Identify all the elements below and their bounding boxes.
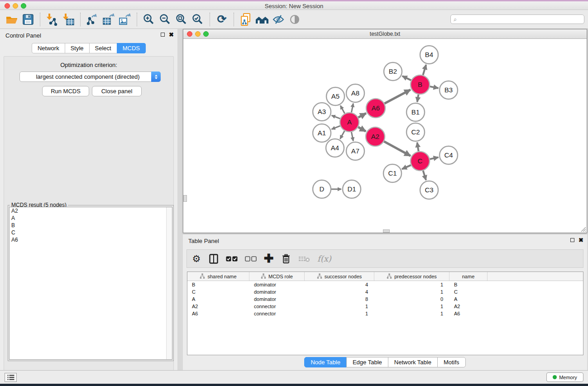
import-table-icon[interactable] <box>60 12 76 27</box>
graph-node-C1[interactable]: C1 <box>383 164 402 182</box>
graph-node-B4[interactable]: B4 <box>420 46 438 64</box>
graph-node-A6[interactable]: A6 <box>366 99 385 118</box>
graph-node-A4[interactable]: A4 <box>326 139 344 157</box>
graph-node-C[interactable]: C <box>411 152 430 171</box>
criterion-dropdown[interactable]: largest connected component (directed) <box>19 71 161 82</box>
tab-select[interactable]: Select <box>89 43 117 53</box>
zoom-fit-icon[interactable] <box>173 12 190 27</box>
graph-edge-A2-C[interactable] <box>384 142 411 156</box>
graph-edge-A-A3[interactable] <box>332 115 340 119</box>
graph-edge-B-B2[interactable] <box>402 76 411 80</box>
save-session-icon[interactable] <box>20 12 36 27</box>
tab-motifs[interactable]: Motifs <box>437 357 466 367</box>
graph-edge-B-B1[interactable] <box>417 95 419 102</box>
memory-label: Memory <box>559 375 577 380</box>
graph-edge-A-A7[interactable] <box>351 132 353 141</box>
tab-network-table[interactable]: Network Table <box>388 357 438 367</box>
close-panel-button[interactable]: Close panel <box>92 86 142 96</box>
graph-node-A3[interactable]: A3 <box>313 103 331 121</box>
export-network-icon[interactable] <box>84 12 100 27</box>
graph-node-D1[interactable]: D1 <box>343 180 361 198</box>
table-row[interactable]: Cdominator41C <box>187 288 583 295</box>
tab-node-table[interactable]: Node Table <box>304 357 347 367</box>
tab-mcds[interactable]: MCDS <box>117 43 146 53</box>
graph-node-A7[interactable]: A7 <box>346 142 364 160</box>
table-row[interactable]: A6connector11A6 <box>187 310 583 317</box>
graph-edge-C-C4[interactable] <box>430 157 439 159</box>
zoom-in-icon[interactable] <box>141 12 157 27</box>
graph-edge-C-C3[interactable] <box>423 171 426 180</box>
export-table-icon[interactable] <box>100 12 117 27</box>
table-row[interactable]: A2connector11A2 <box>187 303 583 310</box>
deselect-all-icon[interactable] <box>245 253 257 265</box>
close-panel-icon[interactable]: ✖ <box>578 237 583 243</box>
resize-grip-icon[interactable] <box>581 227 586 232</box>
graph-node-C4[interactable]: C4 <box>440 146 458 164</box>
tab-style[interactable]: Style <box>65 43 90 53</box>
horizontal-scroll-indicator[interactable] <box>383 229 390 233</box>
show-all-icon[interactable] <box>287 12 303 27</box>
graph-node-B[interactable]: B <box>411 75 430 94</box>
task-history-button[interactable] <box>5 373 17 382</box>
search-input[interactable] <box>459 16 581 23</box>
open-session-icon[interactable] <box>4 12 20 27</box>
memory-button[interactable]: Memory <box>546 372 583 382</box>
graph-edge-A-A8[interactable] <box>351 104 353 113</box>
show-columns-icon[interactable] <box>209 253 219 265</box>
import-network-icon[interactable] <box>44 12 60 27</box>
result-list-item[interactable]: B <box>10 222 172 229</box>
graph-node-A[interactable]: A <box>340 113 359 132</box>
result-list-item[interactable]: C <box>10 229 172 236</box>
result-list-item[interactable]: A <box>10 214 172 222</box>
run-mcds-button[interactable]: Run MCDS <box>42 86 89 96</box>
column-header-successor-nodes[interactable]: successor nodes <box>305 272 374 281</box>
result-list-item[interactable]: A2 <box>10 207 172 214</box>
vertical-scroll-indicator[interactable] <box>183 195 187 202</box>
graph-node-D[interactable]: D <box>313 180 331 198</box>
create-column-icon[interactable]: ✚ <box>264 253 274 265</box>
graph-edge-A-A4[interactable] <box>340 131 344 139</box>
graph-node-A1[interactable]: A1 <box>313 124 331 142</box>
graph-node-A2[interactable]: A2 <box>366 127 385 146</box>
zoom-out-icon[interactable] <box>157 12 173 27</box>
table-row[interactable]: Bdominator41B <box>187 281 583 288</box>
graph-edge-A-A5[interactable] <box>340 105 345 114</box>
graph-edge-B-B4[interactable] <box>423 65 426 75</box>
result-list-scrollbar[interactable] <box>166 207 172 359</box>
graph-node-A5[interactable]: A5 <box>326 87 344 105</box>
column-header-MCDS-role[interactable]: MCDS role <box>249 272 305 281</box>
graph-node-B3[interactable]: B3 <box>440 81 458 99</box>
graph-edge-A-A2[interactable] <box>358 127 366 132</box>
export-image-icon[interactable] <box>117 12 133 27</box>
graph-edge-C-C2[interactable] <box>417 143 419 152</box>
network-canvas[interactable]: B4B2BB3A5A8A6A3AB1A1C2A2A4A7CC4C1C3DD1 <box>183 39 587 233</box>
graph-node-B1[interactable]: B1 <box>406 103 425 121</box>
graph-node-B2[interactable]: B2 <box>384 62 402 81</box>
column-header-name[interactable]: name <box>449 272 488 281</box>
select-all-icon[interactable] <box>226 253 238 265</box>
duplicate-network-icon[interactable] <box>238 12 254 27</box>
tab-edge-table[interactable]: Edge Table <box>346 357 388 367</box>
table-settings-icon[interactable]: ⚙ <box>191 253 201 265</box>
graph-node-C3[interactable]: C3 <box>420 181 438 199</box>
tab-network[interactable]: Network <box>32 43 65 53</box>
result-list-item[interactable]: A6 <box>10 236 172 243</box>
graph-edge-A6-B[interactable] <box>384 90 410 104</box>
column-header-shared-name[interactable]: shared name <box>187 272 249 281</box>
graph-node-A8[interactable]: A8 <box>346 84 364 102</box>
column-header-predecessor-nodes[interactable]: predecessor nodes <box>374 272 449 281</box>
refresh-icon[interactable]: ⟳ <box>214 12 230 27</box>
first-neighbors-icon[interactable] <box>254 12 270 27</box>
float-panel-icon[interactable] <box>161 33 165 37</box>
graph-edge-A-A1[interactable] <box>331 126 340 129</box>
close-panel-icon[interactable]: ✖ <box>169 32 174 38</box>
hide-selected-icon[interactable] <box>270 12 287 27</box>
zoom-selected-icon[interactable] <box>190 12 206 27</box>
graph-edge-B-B3[interactable] <box>430 86 439 88</box>
graph-edge-A-A6[interactable] <box>358 113 366 117</box>
graph-edge-C-C1[interactable] <box>402 165 411 169</box>
graph-node-C2[interactable]: C2 <box>406 123 425 141</box>
delete-columns-icon[interactable] <box>281 253 291 265</box>
table-row[interactable]: Adominator80A <box>187 295 583 303</box>
float-panel-icon[interactable] <box>570 238 574 242</box>
